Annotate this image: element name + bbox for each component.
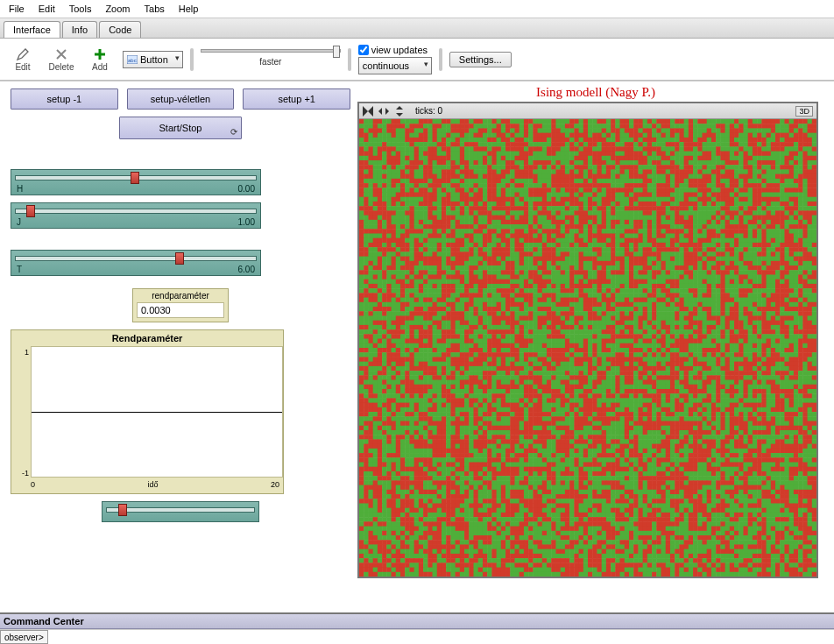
menu-zoom[interactable]: Zoom <box>100 2 135 16</box>
slider-value: 0.00 <box>238 184 255 194</box>
slider-track <box>15 256 257 261</box>
slider-handle[interactable] <box>175 252 184 265</box>
tab-row: Interface Info Code <box>0 18 834 39</box>
plus-icon <box>93 47 107 61</box>
edit-tool[interactable]: Edit <box>7 47 39 72</box>
speed-control: faster <box>201 53 341 67</box>
arrows-horizontal-icon[interactable] <box>378 106 389 117</box>
separator <box>190 48 194 71</box>
slider-J[interactable]: J 1.00 <box>11 202 261 229</box>
plot-canvas <box>31 346 283 478</box>
speed-slider[interactable] <box>201 49 341 53</box>
command-center-title: Command Center <box>0 614 834 629</box>
slider-value: 6.00 <box>238 265 255 274</box>
menu-tabs[interactable]: Tabs <box>139 2 170 16</box>
add-tool[interactable]: Add <box>84 47 116 72</box>
plot-x-axis: 0 idő 20 <box>11 479 283 493</box>
toolbar: Edit Delete Add abc Button faster view u… <box>0 39 834 81</box>
widget-type-dropdown[interactable]: abc Button <box>123 51 183 68</box>
plot-rendparameter: Rendparaméter 1 átlagos mágnesezettség -… <box>11 329 284 494</box>
ticks-label: ticks: 0 <box>415 106 442 116</box>
menu-bar: File Edit Tools Zoom Tabs Help <box>0 0 834 18</box>
slider-handle[interactable] <box>118 504 127 516</box>
view-pane: Ising modell (Nagy P.) ticks: 0 3D <box>357 81 834 612</box>
crosshair-icon[interactable] <box>363 106 373 117</box>
command-center: Command Center observer> <box>0 612 834 644</box>
pencil-icon <box>16 47 30 61</box>
x-icon <box>54 47 68 61</box>
widget-type-label: Button <box>140 54 168 65</box>
update-mode-dropdown[interactable]: continuous <box>358 57 432 74</box>
menu-tools[interactable]: Tools <box>64 2 97 16</box>
setup-button-row: setup -1 setup-véletlen setup +1 <box>11 88 350 110</box>
plot-series-line <box>32 412 282 413</box>
view-updates-checkbox[interactable]: view updates <box>358 45 432 55</box>
delete-tool[interactable]: Delete <box>46 47 77 72</box>
tab-info[interactable]: Info <box>62 21 97 38</box>
slider-handle[interactable] <box>131 172 139 184</box>
view-updates-input[interactable] <box>358 45 369 55</box>
command-prompt[interactable]: observer> <box>0 630 48 644</box>
speed-knob[interactable] <box>333 46 340 58</box>
main-area: setup -1 setup-véletlen setup +1 Start/S… <box>0 81 834 612</box>
command-input[interactable] <box>48 630 834 644</box>
slider-value: 1.00 <box>238 217 255 227</box>
arrows-vertical-icon[interactable] <box>394 106 405 117</box>
x-tick-max: 20 <box>271 480 279 491</box>
view-updates-label: view updates <box>371 45 428 55</box>
model-title: Ising modell (Nagy P.) <box>357 85 834 100</box>
tab-interface[interactable]: Interface <box>4 21 60 38</box>
delete-label: Delete <box>49 62 74 72</box>
add-label: Add <box>92 62 108 72</box>
slider-handle[interactable] <box>26 205 35 217</box>
setup-minus1-button[interactable]: setup -1 <box>11 88 118 110</box>
setup-plus1-button[interactable]: setup +1 <box>243 88 350 110</box>
monitor-rendparameter: rendparaméter 0.0030 <box>132 288 229 322</box>
y-tick-min: -1 <box>22 469 29 478</box>
setup-random-button[interactable]: setup-véletlen <box>127 88 235 110</box>
y-tick-max: 1 <box>25 348 29 357</box>
start-stop-button[interactable]: Start/Stop <box>119 117 242 139</box>
controls-pane: setup -1 setup-véletlen setup +1 Start/S… <box>0 81 357 612</box>
settings-button[interactable]: Settings... <box>449 52 512 67</box>
plot-x-label: idő <box>147 480 158 491</box>
menu-file[interactable]: File <box>4 2 30 16</box>
svg-text:abc: abc <box>128 58 137 63</box>
speed-label: faster <box>259 57 281 67</box>
x-tick-min: 0 <box>31 480 35 491</box>
slider-label: H <box>17 184 23 194</box>
update-mode-label: continuous <box>363 60 409 71</box>
tab-code[interactable]: Code <box>99 21 141 38</box>
slider-label: J <box>17 217 21 227</box>
separator <box>439 48 442 71</box>
monitor-value: 0.0030 <box>137 302 224 318</box>
slider-H[interactable]: H 0.00 <box>11 169 261 195</box>
edit-label: Edit <box>15 62 30 72</box>
abc-icon: abc <box>127 55 138 64</box>
world-view-frame: ticks: 0 3D <box>357 102 818 578</box>
slider-T[interactable]: T 6.00 <box>11 250 261 276</box>
slider-track <box>106 507 255 513</box>
menu-edit[interactable]: Edit <box>33 2 60 16</box>
view-header: ticks: 0 3D <box>359 103 816 119</box>
plot-y-axis: 1 átlagos mágnesezettség -1 <box>11 346 31 479</box>
monitor-label: rendparaméter <box>133 289 228 302</box>
slider-track <box>15 209 257 214</box>
slider-label: T <box>17 265 22 274</box>
menu-help[interactable]: Help <box>173 2 204 16</box>
plot-title: Rendparaméter <box>11 330 283 346</box>
3d-button[interactable]: 3D <box>795 106 813 117</box>
separator <box>348 48 351 71</box>
world-canvas[interactable] <box>359 119 816 577</box>
slider-extra[interactable] <box>102 501 259 522</box>
